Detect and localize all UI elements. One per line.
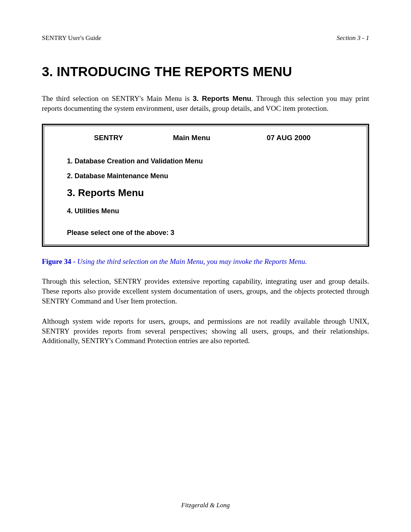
- menu-title: Main Menu: [150, 134, 233, 142]
- page-header: SENTRY User's Guide Section 3 - 1: [42, 34, 369, 42]
- menu-header-row: SENTRY Main Menu 07 AUG 2000: [67, 134, 344, 142]
- menu-item-4: 4. Utilities Menu: [67, 207, 344, 215]
- figure-label: Figure 34 -: [42, 257, 77, 265]
- page-footer: Fitzgerald & Long: [0, 502, 411, 509]
- menu-date: 07 AUG 2000: [233, 134, 344, 142]
- intro-paragraph: The third selection on SENTRY's Main Men…: [42, 94, 369, 113]
- menu-item-1: 1. Database Creation and Validation Menu: [67, 157, 344, 165]
- header-left: SENTRY User's Guide: [42, 34, 101, 42]
- section-heading: 3. INTRODUCING THE REPORTS MENU: [42, 64, 369, 79]
- menu-items-list: 1. Database Creation and Validation Menu…: [67, 157, 344, 215]
- paragraph-3: Although system wide reports for users, …: [42, 316, 369, 346]
- figure-caption: Figure 34 - Using the third selection on…: [42, 257, 369, 266]
- menu-item-2: 2. Database Maintenance Menu: [67, 172, 344, 180]
- menu-prompt: Please select one of the above: 3: [67, 229, 344, 237]
- intro-bold: 3. Reports Menu: [193, 94, 251, 102]
- figure-desc: Using the third selection on the Main Me…: [77, 257, 307, 265]
- menu-inner-box: SENTRY Main Menu 07 AUG 2000 1. Database…: [44, 126, 367, 245]
- header-right: Section 3 - 1: [337, 34, 369, 42]
- paragraph-2: Through this selection, SENTRY provides …: [42, 276, 369, 306]
- menu-app-name: SENTRY: [67, 134, 150, 142]
- intro-pre: The third selection on SENTRY's Main Men…: [42, 94, 193, 102]
- menu-item-3: 3. Reports Menu: [67, 187, 344, 199]
- menu-screenshot-box: SENTRY Main Menu 07 AUG 2000 1. Database…: [42, 124, 369, 247]
